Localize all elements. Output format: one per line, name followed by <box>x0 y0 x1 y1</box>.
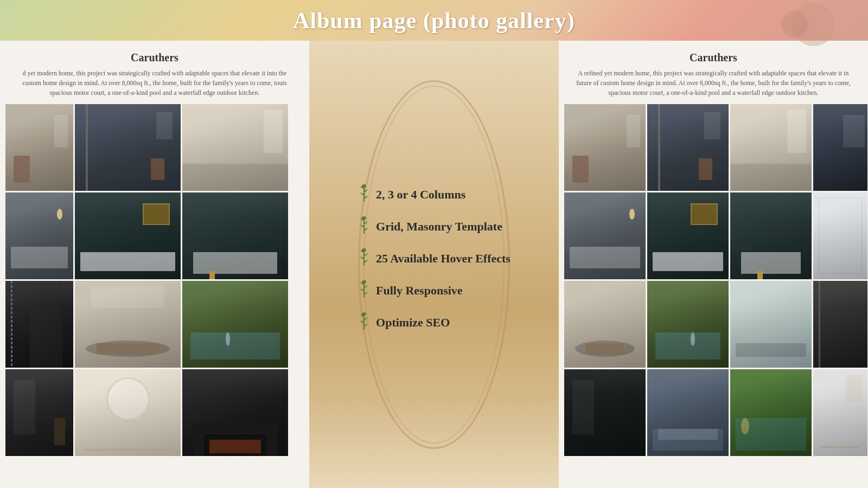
photo-cell[interactable] <box>647 104 729 191</box>
feature-text-5: Optimize SEO <box>376 316 450 330</box>
feature-item-2: Grid, Masonry Template <box>358 216 510 236</box>
feature-item-1: 2, 3 or 4 Columns <box>358 184 510 204</box>
wheat-icon-4 <box>358 280 371 300</box>
photo-cell[interactable] <box>647 192 729 279</box>
wheat-icon-3 <box>358 248 371 268</box>
photo-cell[interactable] <box>813 281 867 368</box>
photo-cell[interactable] <box>564 104 646 191</box>
photo-cell[interactable] <box>182 281 288 368</box>
svg-point-23 <box>362 280 366 284</box>
photo-cell[interactable] <box>182 192 288 279</box>
photo-cell[interactable] <box>813 192 867 279</box>
svg-point-11 <box>362 216 366 220</box>
photo-cell[interactable] <box>647 281 729 368</box>
photo-cell[interactable] <box>5 369 73 456</box>
right-card-title: Caruthers <box>564 52 863 64</box>
photo-cell[interactable] <box>730 369 812 456</box>
photo-cell[interactable] <box>182 104 288 191</box>
wheat-icon-5 <box>358 312 371 332</box>
feature-text-4: Fully Responsive <box>376 284 463 298</box>
photo-cell[interactable] <box>75 192 181 279</box>
header: Album page (photo gallery) <box>0 0 868 41</box>
photo-cell[interactable] <box>75 369 181 456</box>
right-panel: Caruthers A refined yet modern home, thi… <box>559 41 868 488</box>
left-card-desc: d yet modern home, this project was stra… <box>5 68 304 98</box>
photo-cell[interactable] <box>647 369 729 456</box>
feature-text-1: 2, 3 or 4 Columns <box>376 188 465 202</box>
photo-cell[interactable] <box>5 104 73 191</box>
feature-item-4: Fully Responsive <box>358 280 510 300</box>
feature-item-3: 25 Available Hover Effects <box>358 248 510 268</box>
photo-cell[interactable] <box>564 192 646 279</box>
right-card-desc: A refined yet modern home, this project … <box>564 68 863 98</box>
features-list: 2, 3 or 4 Columns Grid, Masonry Template <box>358 184 510 344</box>
photo-cell[interactable] <box>75 281 181 368</box>
left-card-title: Caruthers <box>5 52 304 64</box>
photo-cell[interactable] <box>730 104 812 191</box>
left-photo-grid <box>5 104 304 488</box>
photo-cell[interactable] <box>813 104 867 191</box>
photo-cell[interactable] <box>182 369 288 456</box>
feature-item-5: Optimize SEO <box>358 312 510 332</box>
center-panel: 2, 3 or 4 Columns Grid, Masonry Template <box>309 41 559 488</box>
right-photo-grid <box>564 104 863 488</box>
photo-cell[interactable] <box>730 281 812 368</box>
photo-cell[interactable] <box>75 104 181 191</box>
svg-point-5 <box>362 184 366 188</box>
feature-text-3: 25 Available Hover Effects <box>376 252 510 266</box>
left-panel: Caruthers d yet modern home, this projec… <box>0 41 309 488</box>
svg-point-29 <box>362 312 366 316</box>
feature-text-2: Grid, Masonry Template <box>376 220 502 234</box>
photo-cell[interactable] <box>564 281 646 368</box>
photo-cell[interactable] <box>813 369 867 456</box>
photo-cell[interactable] <box>5 281 73 368</box>
wheat-icon-2 <box>358 216 371 236</box>
main-content: Caruthers d yet modern home, this projec… <box>0 41 868 488</box>
page-title: Album page (photo gallery) <box>293 8 575 34</box>
photo-cell[interactable] <box>730 192 812 279</box>
svg-point-17 <box>362 248 366 252</box>
header-decoration-2 <box>781 11 808 38</box>
photo-cell[interactable] <box>5 192 73 279</box>
wheat-icon-1 <box>358 184 371 204</box>
photo-cell[interactable] <box>564 369 646 456</box>
